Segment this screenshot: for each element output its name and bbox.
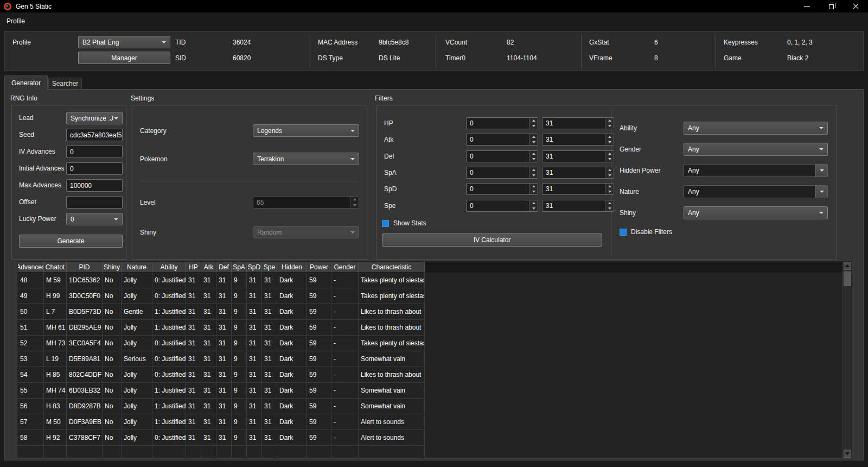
table-row[interactable]: 51MH 61DB295AE9NoJolly1: Justified313131… [18, 320, 843, 336]
table-cell[interactable]: 55 [18, 383, 44, 399]
table-cell[interactable]: 802C4DDF [67, 367, 103, 383]
iv-min-spinbox[interactable]: 0 [466, 200, 538, 212]
table-cell[interactable]: Likes to thrash about [359, 367, 425, 383]
table-cell[interactable]: 6D03EB32 [67, 383, 103, 399]
spin-down-button[interactable] [529, 140, 538, 145]
table-cell[interactable]: Jolly [122, 399, 152, 414]
spin-up-button[interactable] [529, 151, 538, 156]
column-header-hidden[interactable]: Hidden [277, 262, 307, 273]
iv-max-spinbox[interactable]: 31 [542, 117, 614, 129]
table-cell[interactable]: 31 [186, 336, 201, 351]
spin-up-button[interactable] [529, 200, 538, 206]
table-cell[interactable]: Dark [277, 320, 307, 336]
column-header-spe[interactable]: Spe [262, 262, 277, 273]
table-cell[interactable] [67, 446, 103, 458]
table-cell[interactable]: 31 [186, 351, 201, 367]
seed-input[interactable]: cdc3a57a803eaf56 [66, 129, 123, 141]
table-cell[interactable]: 0: Justified [152, 351, 186, 367]
table-cell[interactable]: 31 [216, 430, 232, 446]
table-cell[interactable]: C3788CF7 [67, 430, 103, 446]
table-cell[interactable]: Dark [277, 336, 307, 351]
table-cell[interactable]: No [103, 383, 122, 399]
table-cell[interactable]: - [331, 430, 359, 446]
table-cell[interactable]: 0: Justified [152, 336, 186, 351]
table-cell[interactable]: 59 [307, 383, 331, 399]
table-cell[interactable]: Dark [277, 383, 307, 399]
table-cell[interactable]: 31 [201, 304, 216, 320]
table-cell[interactable]: 9 [232, 351, 247, 367]
table-cell[interactable]: 1DC65362 [67, 273, 103, 288]
shiny-select[interactable]: Random [253, 226, 359, 238]
table-cell[interactable]: 31 [201, 414, 216, 430]
combo-button[interactable] [815, 165, 827, 176]
table-cell[interactable]: 31 [247, 304, 262, 320]
table-cell[interactable]: 31 [216, 414, 232, 430]
filter-select-nature[interactable]: Any [684, 185, 828, 198]
table-row[interactable] [18, 446, 843, 458]
table-cell[interactable]: Likes to thrash about [359, 320, 425, 336]
restore-button[interactable] [819, 0, 844, 12]
table-cell[interactable]: 0: Justified [152, 367, 186, 383]
table-cell[interactable]: Dark [277, 304, 307, 320]
filter-select-ability[interactable]: Any [684, 122, 828, 135]
spin-down-button[interactable] [605, 173, 614, 178]
manager-button[interactable]: Manager [78, 52, 170, 64]
table-cell[interactable]: L 7 [44, 304, 67, 320]
spin-up-button[interactable] [605, 134, 614, 140]
table-cell[interactable]: 9 [232, 430, 247, 446]
table-cell[interactable]: 31 [247, 351, 262, 367]
table-cell[interactable]: 58 [18, 430, 44, 446]
table-cell[interactable]: M 50 [44, 414, 67, 430]
table-cell[interactable]: D8D9287B [67, 399, 103, 414]
spin-down-button[interactable] [605, 189, 614, 194]
table-cell[interactable]: Alert to sounds [359, 430, 425, 446]
table-cell[interactable]: 31 [216, 304, 232, 320]
table-cell[interactable]: 49 [18, 288, 44, 304]
table-cell[interactable]: 31 [262, 383, 277, 399]
table-cell[interactable]: 31 [216, 273, 232, 288]
table-cell[interactable]: 59 [307, 336, 331, 351]
table-cell[interactable]: Dark [277, 367, 307, 383]
table-cell[interactable] [247, 446, 262, 458]
table-cell[interactable]: 31 [186, 288, 201, 304]
table-cell[interactable]: Dark [277, 351, 307, 367]
table-cell[interactable]: D5E89A81 [67, 351, 103, 367]
table-cell[interactable]: Somewhat vain [359, 399, 425, 414]
disable-filters-checkbox-row[interactable]: Disable Filters [620, 228, 672, 236]
table-cell[interactable]: 9 [232, 288, 247, 304]
table-cell[interactable] [216, 446, 232, 458]
scroll-up-button[interactable] [844, 262, 851, 270]
table-cell[interactable]: 31 [216, 351, 232, 367]
table-cell[interactable]: 31 [216, 320, 232, 336]
table-cell[interactable]: H 92 [44, 430, 67, 446]
spin-up-button[interactable] [605, 118, 614, 123]
table-cell[interactable]: 59 [307, 414, 331, 430]
table-cell[interactable]: Likes to thrash about [359, 304, 425, 320]
table-cell[interactable]: 31 [201, 399, 216, 414]
table-cell[interactable]: Serious [122, 351, 152, 367]
table-cell[interactable]: 1: Justified [152, 414, 186, 430]
table-cell[interactable]: 31 [201, 288, 216, 304]
table-cell[interactable]: 53 [18, 351, 44, 367]
table-cell[interactable]: 31 [262, 351, 277, 367]
table-cell[interactable]: No [103, 399, 122, 414]
table-cell[interactable]: 9 [232, 304, 247, 320]
lucky-power-select[interactable]: 0 [66, 213, 123, 225]
spin-up-button[interactable] [350, 197, 359, 203]
table-cell[interactable]: - [331, 304, 359, 320]
table-cell[interactable]: 31 [262, 367, 277, 383]
table-cell[interactable]: H 99 [44, 288, 67, 304]
table-cell[interactable]: 31 [216, 399, 232, 414]
table-row[interactable]: 56H 83D8D9287BNoJolly1: Justified3131319… [18, 399, 843, 414]
disable-filters-checkbox[interactable] [620, 229, 627, 236]
table-cell[interactable]: 31 [262, 320, 277, 336]
iv-max-spinbox[interactable]: 31 [542, 183, 614, 195]
table-cell[interactable]: - [331, 288, 359, 304]
table-cell[interactable]: - [331, 383, 359, 399]
pokemon-select[interactable]: Terrakion [253, 153, 359, 165]
table-cell[interactable]: 31 [247, 367, 262, 383]
table-cell[interactable]: Jolly [122, 273, 152, 288]
column-header-hp[interactable]: HP [186, 262, 201, 273]
table-cell[interactable]: 59 [307, 399, 331, 414]
table-cell[interactable]: - [331, 320, 359, 336]
